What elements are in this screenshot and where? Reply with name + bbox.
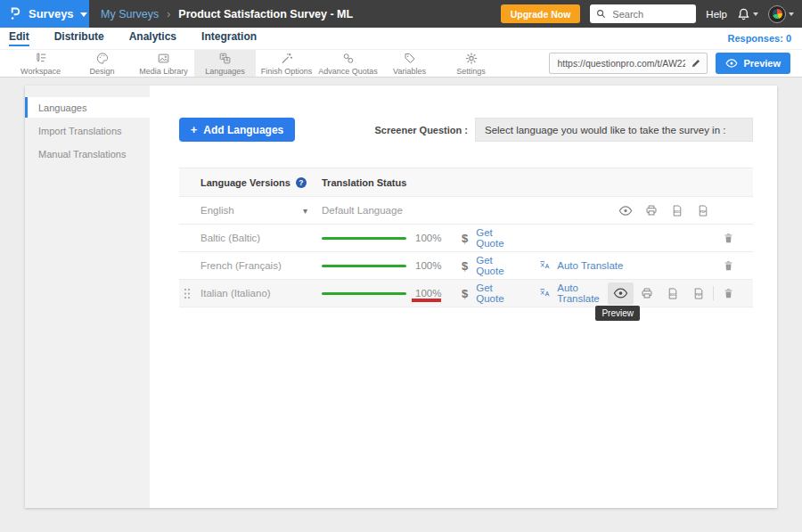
languages-panel: Languages Import Translations Manual Tra… [25, 86, 777, 508]
page-body: Languages Import Translations Manual Tra… [0, 78, 802, 532]
auto-translate-link[interactable]: Auto Translate [538, 282, 608, 304]
screener-question-group: Screener Question : Select language you … [374, 118, 753, 142]
tab-analytics[interactable]: Analytics [129, 30, 176, 46]
translation-percent: 100% [415, 233, 444, 243]
get-quote-link[interactable]: Get Quote [476, 255, 522, 276]
sidebar-item-languages[interactable]: Languages [25, 97, 150, 118]
export-pdf-icon[interactable]: PDF [690, 200, 716, 222]
variables-tag-icon [403, 52, 417, 65]
table-row-italian: Italian (Italiano) 100% $ Get Quote Auto… [179, 280, 753, 307]
language-versions-table: Language Versions ? Translation Status E… [179, 168, 753, 307]
preview-eye-icon[interactable] [608, 282, 634, 305]
toolbar-item-workspace[interactable]: Workspace [10, 50, 71, 77]
screener-question-label: Screener Question : [374, 125, 468, 135]
add-languages-button[interactable]: + Add Languages [179, 118, 295, 142]
default-language-dropdown[interactable]: English ▾ [179, 205, 322, 216]
toolbar-item-settings[interactable]: Settings [440, 50, 502, 77]
tab-edit[interactable]: Edit [9, 30, 29, 46]
topbar-right-group: Upgrade Now Help [501, 4, 802, 23]
sidebar-item-manual-translations[interactable]: Manual Translations [25, 143, 150, 164]
product-menu[interactable]: Surveys [0, 0, 89, 28]
row-actions: DOC PDF [608, 282, 753, 305]
delete-trash-icon[interactable] [716, 255, 741, 277]
edit-toolbar: Workspace Media Library Design Media Lib… [0, 49, 802, 78]
annotation-underline [412, 299, 441, 302]
notifications-menu[interactable] [737, 7, 758, 21]
toolbar-item-languages[interactable]: A Languages [194, 50, 256, 77]
export-doc-icon[interactable]: DOC [664, 200, 690, 222]
translate-icon [538, 287, 552, 299]
avatar-logo-icon [773, 9, 782, 19]
default-language-status: Default Language [322, 205, 403, 216]
tab-integration[interactable]: Integration [201, 30, 257, 46]
responses-count[interactable]: Responses: 0 [727, 33, 791, 44]
help-question-icon[interactable]: ? [296, 177, 307, 188]
dollar-icon[interactable]: $ [462, 232, 468, 245]
print-icon[interactable] [634, 282, 659, 305]
row-actions [716, 255, 753, 277]
tab-distribute[interactable]: Distribute [54, 30, 104, 46]
caret-down-icon: ▾ [303, 206, 307, 216]
bell-icon [737, 7, 750, 21]
translation-percent: 100% [415, 288, 444, 299]
auto-translate-label: Auto Translate [557, 260, 623, 271]
product-menu-label: Surveys [29, 7, 74, 20]
delete-trash-icon[interactable] [716, 227, 741, 250]
table-row-french: French (Français) 100% $ Get Quote Auto … [179, 252, 753, 280]
toolbar-item-media-library[interactable]: Media Library [133, 50, 194, 77]
plus-icon: + [191, 123, 198, 136]
search-input[interactable] [610, 8, 690, 20]
survey-url-text: https://questionpro.com/t/AW22Zd1S1 [550, 58, 685, 69]
breadcrumb-current-survey: Product Satisfaction Survey - ML [178, 8, 353, 20]
dollar-icon[interactable]: $ [462, 287, 468, 300]
drag-handle-icon[interactable] [184, 288, 191, 299]
export-doc-icon[interactable]: DOC [659, 282, 685, 305]
dollar-icon[interactable]: $ [462, 259, 468, 273]
caret-down-icon [753, 12, 758, 16]
content-top-row: + Add Languages Screener Question : Sele… [179, 118, 753, 142]
preview-eye-icon[interactable] [612, 200, 638, 222]
column-language-versions: Language Versions ? [179, 177, 322, 188]
column-translation-status: Translation Status [322, 177, 406, 188]
breadcrumb-my-surveys[interactable]: My Surveys [101, 8, 159, 20]
translate-icon [538, 259, 552, 272]
preview-tooltip: Preview [595, 306, 640, 321]
toolbar-item-advance-quotas[interactable]: Advance Quotas [317, 50, 379, 77]
actions-spacer [716, 200, 741, 222]
design-palette-icon [95, 52, 110, 65]
get-quote-link[interactable]: Get Quote [476, 282, 522, 304]
language-name-label: French (Français) [200, 260, 282, 271]
screener-question-value: Select language you would like to take t… [485, 125, 725, 135]
sidebar-item-label: Languages [38, 102, 86, 113]
translation-progress-bar [322, 237, 406, 240]
language-name: Baltic (Baltic) [179, 233, 322, 243]
account-menu[interactable] [768, 5, 794, 23]
survey-url-field[interactable]: https://questionpro.com/t/AW22Zd1S1 [549, 53, 708, 74]
table-header: Language Versions ? Translation Status [179, 168, 753, 197]
language-name: French (Français) [179, 260, 322, 271]
screener-question-select[interactable]: Select language you would like to take t… [475, 118, 753, 142]
settings-gear-icon [464, 52, 479, 65]
get-quote-link[interactable]: Get Quote [476, 227, 522, 249]
print-icon[interactable] [638, 200, 664, 222]
caret-down-icon [789, 12, 794, 16]
top-bar: Surveys My Surveys › Product Satisfactio… [0, 0, 802, 28]
auto-translate-link[interactable]: Auto Translate [538, 259, 623, 272]
edit-url-pencil-icon[interactable] [685, 58, 707, 69]
sidebar-item-import-translations[interactable]: Import Translations [25, 120, 150, 141]
toolbar-item-design[interactable]: Media Library Design [71, 50, 133, 77]
toolbar-item-variables[interactable]: Variables [379, 50, 440, 77]
toolbar-item-finish-options[interactable]: Finish Options [256, 50, 317, 77]
sidebar-item-label: Import Translations [38, 126, 122, 136]
help-link[interactable]: Help [706, 9, 727, 20]
upgrade-now-button[interactable]: Upgrade Now [501, 4, 581, 23]
search-box[interactable] [590, 4, 696, 23]
add-languages-label: Add Languages [203, 124, 283, 136]
export-pdf-icon[interactable]: PDF [685, 282, 711, 305]
advance-quotas-links-icon [341, 52, 356, 65]
delete-trash-icon[interactable] [716, 282, 741, 305]
preview-button[interactable]: Preview [716, 53, 790, 74]
svg-text:PDF: PDF [695, 293, 700, 297]
toolbar-right-group: https://questionpro.com/t/AW22Zd1S1 Prev… [549, 50, 802, 77]
translation-progress-bar [322, 292, 406, 295]
